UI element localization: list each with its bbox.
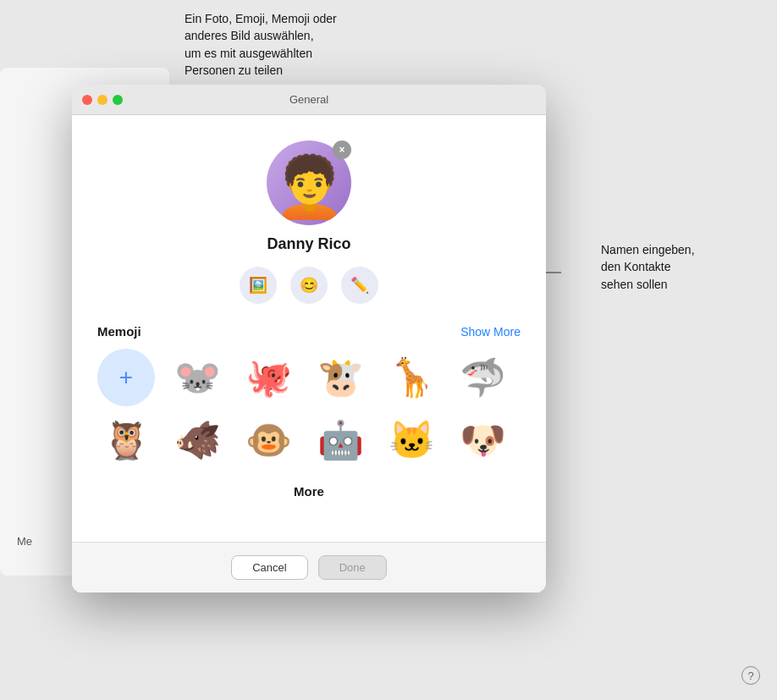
list-item[interactable]: 🦈 [455, 349, 512, 406]
window-title: General [289, 93, 328, 106]
list-item[interactable]: 🐭 [168, 349, 226, 406]
photo-button[interactable]: 🖼️ [240, 267, 277, 304]
list-item[interactable]: 🐶 [455, 411, 512, 469]
list-item[interactable]: 🐮 [311, 349, 369, 406]
sidebar-label: Me [17, 535, 32, 548]
help-button[interactable]: ? [741, 666, 760, 685]
memoji-section-title: Memoji [97, 324, 141, 339]
edit-button[interactable]: ✏️ [341, 267, 378, 304]
emoji: 🐮 [317, 359, 364, 396]
user-name: Danny Rico [267, 235, 350, 253]
dialog-footer: Cancel Done [72, 542, 546, 593]
emoji: 🦈 [460, 359, 506, 396]
show-more-button[interactable]: Show More [460, 325, 521, 339]
avatar-emoji: 🧑‍🦱 [273, 157, 346, 217]
list-item[interactable]: 🐙 [240, 349, 298, 406]
memoji-section: Memoji Show More + 🐭 🐙 🐮 🦒 🦈 [72, 324, 546, 484]
list-item[interactable]: 🦒 [383, 349, 440, 406]
window-controls [82, 95, 123, 105]
memoji-section-header: Memoji Show More [97, 324, 521, 339]
maximize-button[interactable] [113, 95, 123, 105]
emoji: 🐙 [245, 359, 292, 396]
minimize-button[interactable] [97, 95, 107, 105]
add-memoji-button[interactable]: + [97, 349, 155, 406]
cancel-button[interactable]: Cancel [231, 555, 307, 580]
emoji: 🐶 [460, 422, 506, 459]
plus-icon: + [119, 364, 133, 391]
dialog-content: 🧑‍🦱 × Danny Rico 🖼️ 😊 ✏️ [72, 115, 546, 542]
emoji: 🐱 [388, 422, 435, 459]
emoji: 🦒 [388, 359, 435, 396]
done-button: Done [318, 555, 387, 580]
emoji-icon: 😊 [300, 276, 318, 295]
list-item[interactable]: 🐵 [240, 411, 298, 469]
emoji: 🐵 [245, 422, 292, 459]
add-memoji-cell[interactable]: + [97, 349, 155, 406]
emoji-grid: + 🐭 🐙 🐮 🦒 🦈 🦉 🐗 🐵 🤖 🐱 🐶 [97, 349, 521, 469]
action-buttons: 🖼️ 😊 ✏️ [240, 267, 378, 304]
more-section-title: More [268, 484, 350, 499]
photo-icon: 🖼️ [249, 276, 267, 295]
emoji: 🐗 [174, 422, 221, 459]
list-item[interactable]: 🐱 [383, 411, 440, 469]
window-titlebar: General [72, 85, 546, 115]
list-item[interactable]: 🐗 [168, 411, 226, 469]
annotation-top: Ein Foto, Emoji, Memoji oder anderes Bil… [185, 10, 371, 79]
annotation-right: Namen eingeben, den Kontakte sehen solle… [601, 241, 753, 293]
emoji: 🐭 [174, 359, 221, 396]
avatar-container: 🧑‍🦱 × [267, 141, 351, 225]
emoji-button[interactable]: 😊 [290, 267, 328, 304]
close-button[interactable] [82, 95, 92, 105]
list-item[interactable]: 🦉 [97, 411, 155, 469]
emoji: 🤖 [317, 422, 364, 459]
emoji: 🦉 [103, 422, 150, 459]
dialog: 🧑‍🦱 × Danny Rico 🖼️ 😊 ✏️ [72, 115, 546, 593]
edit-icon: ✏️ [350, 276, 369, 295]
avatar-close-button[interactable]: × [333, 141, 351, 159]
list-item[interactable]: 🤖 [311, 411, 369, 469]
main-window: General 🧑‍🦱 × Danny Rico 🖼️ 😊 [72, 85, 546, 593]
